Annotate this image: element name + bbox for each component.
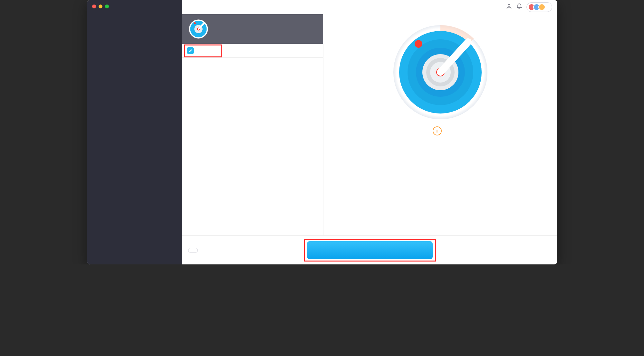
bell-icon[interactable] [516, 3, 523, 11]
gauge-icon [188, 19, 209, 39]
close-window-button[interactable] [92, 5, 96, 8]
check-all-checkbox[interactable] [187, 47, 194, 54]
sidebar [87, 0, 182, 264]
detail-pane: i [323, 14, 557, 235]
topbar [182, 0, 557, 14]
rescan-button[interactable] [188, 248, 198, 252]
footer [182, 235, 557, 264]
ask-expert-button[interactable] [526, 2, 552, 12]
maximize-window-button[interactable] [105, 5, 109, 8]
big-gauge [392, 24, 489, 121]
account-icon[interactable] [506, 3, 512, 11]
svg-point-5 [194, 22, 196, 24]
window-controls [87, 5, 182, 14]
expert-avatars [528, 4, 545, 11]
svg-point-0 [508, 4, 510, 6]
result-row: i [433, 126, 448, 135]
panel-header [182, 14, 323, 44]
svg-point-14 [415, 40, 422, 48]
check-all-row[interactable] [182, 44, 323, 58]
minimize-window-button[interactable] [99, 5, 102, 8]
info-icon: i [433, 126, 442, 135]
clean-junk-button[interactable] [307, 241, 433, 259]
category-list-pane [182, 14, 323, 235]
